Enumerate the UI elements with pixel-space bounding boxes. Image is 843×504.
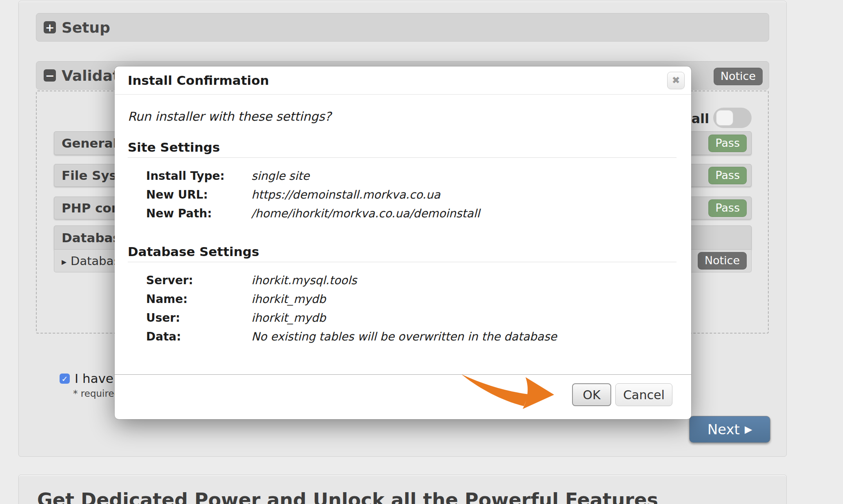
- setup-title: Setup: [62, 19, 110, 36]
- close-icon[interactable]: ✖: [667, 72, 685, 89]
- status-badge-pass: Pass: [709, 135, 746, 152]
- setting-value: ihorkit_mydb: [251, 311, 326, 325]
- collapse-minus-icon: −: [44, 69, 56, 82]
- agreement-label: I have: [75, 371, 113, 386]
- setting-label: New URL:: [146, 188, 251, 201]
- promo-panel: Get Dedicated Power and Unlock all the P…: [18, 475, 787, 504]
- row-label: General: [62, 136, 117, 150]
- cancel-button[interactable]: Cancel: [615, 383, 672, 406]
- status-badge-pass: Pass: [709, 167, 746, 184]
- setting-row-name: Name: ihorkit_mydb: [146, 292, 675, 306]
- validate-notice-badge: Notice: [714, 68, 762, 85]
- setting-row-install-type: Install Type: single site: [146, 169, 675, 183]
- setting-row-server: Server: ihorkit.mysql.tools: [146, 274, 675, 287]
- divider: [128, 262, 677, 262]
- setting-label: Install Type:: [146, 169, 251, 183]
- status-badge-pass: Pass: [709, 200, 746, 217]
- expand-arrow-icon: ▸: [62, 256, 67, 267]
- status-badge-notice: Notice: [698, 252, 746, 269]
- setting-label: User:: [146, 311, 251, 325]
- setting-value: ihorkit.mysql.tools: [251, 274, 357, 287]
- installer-page: + Setup − Validate Notice all General Pa…: [0, 0, 843, 504]
- database-settings-heading: Database Settings: [128, 244, 259, 259]
- expand-all-toggle[interactable]: [713, 108, 752, 128]
- required-note: * required: [73, 388, 120, 399]
- next-button-label: Next: [708, 421, 740, 438]
- setting-row-data: Data: No existing tables will be overwri…: [146, 330, 675, 343]
- install-confirmation-dialog: Install Confirmation ✖ Run installer wit…: [115, 66, 691, 419]
- toggle-knob: [716, 110, 733, 126]
- ok-button[interactable]: OK: [572, 383, 611, 406]
- setting-label: New Path:: [146, 207, 251, 220]
- setting-value: No existing tables will be overwritten i…: [251, 330, 557, 343]
- checkmark-icon: ✓: [62, 374, 68, 383]
- setting-label: Server:: [146, 274, 251, 287]
- dialog-header: Install Confirmation ✖: [115, 66, 691, 95]
- setting-label: Name:: [146, 292, 251, 306]
- confirmation-question: Run installer with these settings?: [128, 109, 331, 124]
- divider: [128, 157, 677, 158]
- dialog-title: Install Confirmation: [128, 73, 269, 88]
- setting-label: Data:: [146, 330, 251, 343]
- section-setup[interactable]: + Setup: [36, 13, 769, 42]
- promo-heading: Get Dedicated Power and Unlock all the P…: [37, 489, 658, 504]
- setting-row-user: User: ihorkit_mydb: [146, 311, 675, 325]
- setting-value: single site: [251, 169, 309, 183]
- expand-plus-icon: +: [44, 21, 56, 33]
- agreement-checkbox[interactable]: ✓: [60, 374, 70, 384]
- setting-row-new-url: New URL: https://demoinstall.morkva.co.u…: [146, 188, 675, 201]
- site-settings-heading: Site Settings: [128, 140, 220, 155]
- footer-divider: [115, 374, 691, 375]
- setting-value: ihorkit_mydb: [251, 292, 326, 306]
- next-button[interactable]: Next ▶: [689, 416, 770, 443]
- setting-value: https://demoinstall.morkva.co.ua: [251, 188, 440, 201]
- setting-value: /home/ihorkit/morkva.co.ua/demoinstall: [251, 207, 480, 220]
- arrow-right-icon: ▶: [745, 424, 752, 435]
- setting-row-new-path: New Path: /home/ihorkit/morkva.co.ua/dem…: [146, 207, 675, 220]
